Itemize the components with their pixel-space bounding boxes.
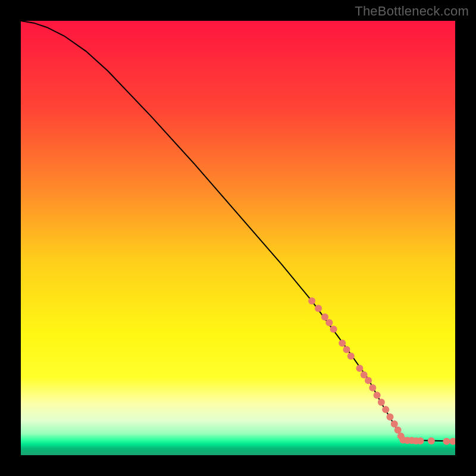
- chart-frame: TheBottleneck.com: [0, 0, 476, 476]
- scatter-point: [330, 325, 337, 333]
- scatter-point: [365, 377, 372, 384]
- gradient-background: [21, 21, 455, 455]
- scatter-point: [378, 399, 385, 406]
- scatter-point: [369, 384, 376, 392]
- scatter-point: [361, 371, 368, 378]
- scatter-point: [428, 437, 435, 444]
- scatter-point: [387, 414, 394, 421]
- scatter-point: [315, 305, 322, 312]
- scatter-point: [394, 427, 402, 434]
- scatter-point: [356, 365, 363, 372]
- scatter-point: [308, 298, 315, 305]
- scatter-point: [382, 406, 389, 413]
- scatter-point: [374, 392, 381, 399]
- scatter-point: [417, 437, 424, 444]
- plot-area: [21, 21, 455, 455]
- scatter-point: [321, 314, 328, 321]
- scatter-point: [443, 438, 450, 445]
- scatter-point: [343, 346, 350, 353]
- scatter-point: [325, 319, 333, 326]
- scatter-point: [391, 420, 398, 427]
- watermark-text: TheBottleneck.com: [355, 4, 469, 19]
- scatter-point: [339, 340, 346, 347]
- scatter-point: [347, 353, 355, 360]
- plot-svg: [21, 21, 455, 455]
